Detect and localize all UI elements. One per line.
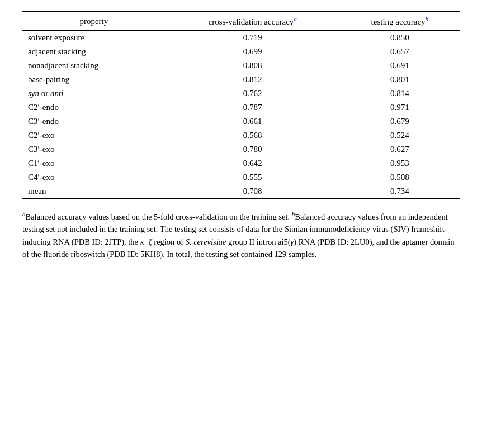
cell-cv: 0.787 — [166, 101, 340, 115]
cell-cv: 0.780 — [166, 142, 340, 156]
cell-property: mean — [22, 184, 166, 199]
cell-test: 0.679 — [340, 115, 460, 128]
cell-test: 0.627 — [340, 142, 460, 156]
cell-property: base-pairing — [22, 73, 166, 87]
cell-test: 0.657 — [340, 45, 460, 59]
footnote-a-sup: a — [22, 212, 26, 221]
cell-cv: 0.642 — [166, 156, 340, 170]
table-row: adjacent stacking0.6990.657 — [22, 45, 460, 59]
cell-cv: 0.708 — [166, 184, 340, 199]
cell-cv: 0.555 — [166, 170, 340, 184]
accuracy-table: property cross-validation accuracya test… — [22, 11, 460, 199]
table-row: nonadjacent stacking0.8080.691 — [22, 59, 460, 73]
cell-test: 0.524 — [340, 128, 460, 142]
cell-test: 0.971 — [340, 101, 460, 115]
table-row: C4′-exo0.5550.508 — [22, 170, 460, 184]
cell-test: 0.691 — [340, 59, 460, 73]
cell-property: C2′-exo — [22, 128, 166, 142]
cv-superscript: a — [294, 16, 297, 22]
cell-property: adjacent stacking — [22, 45, 166, 59]
cell-property: C3′-exo — [22, 142, 166, 156]
table-row: syn or anti0.7620.814 — [22, 87, 460, 101]
table-row: solvent exposure0.7190.850 — [22, 31, 460, 45]
table-row: C2′-exo0.5680.524 — [22, 128, 460, 142]
cell-cv: 0.699 — [166, 45, 340, 59]
cv-accuracy-label: cross-validation accuracy — [209, 17, 294, 26]
table-row: C2′-endo0.7870.971 — [22, 101, 460, 115]
cell-property: syn or anti — [22, 87, 166, 101]
test-superscript: b — [426, 16, 429, 22]
cell-cv: 0.812 — [166, 73, 340, 87]
cell-test: 0.734 — [340, 184, 460, 199]
table-row: C3′-exo0.7800.627 — [22, 142, 460, 156]
header-cv-accuracy: cross-validation accuracya — [166, 12, 340, 31]
cell-property: C4′-exo — [22, 170, 166, 184]
footnote-a-text: Balanced accuracy values based on the 5-… — [22, 212, 454, 259]
cell-property: nonadjacent stacking — [22, 59, 166, 73]
header-property: property — [22, 12, 166, 31]
cell-cv: 0.661 — [166, 115, 340, 128]
cell-cv: 0.808 — [166, 59, 340, 73]
table-row: mean0.7080.734 — [22, 184, 460, 199]
cell-test: 0.814 — [340, 87, 460, 101]
cell-property: solvent exposure — [22, 31, 166, 45]
cell-test: 0.850 — [340, 31, 460, 45]
footnote-section: aBalanced accuracy values based on the 5… — [22, 209, 459, 261]
cell-test: 0.953 — [340, 156, 460, 170]
table-row: C3′-endo0.6610.679 — [22, 115, 460, 128]
cell-property: C1′-exo — [22, 156, 166, 170]
cell-cv: 0.568 — [166, 128, 340, 142]
cell-cv: 0.762 — [166, 87, 340, 101]
header-test-accuracy: testing accuracyb — [340, 12, 460, 31]
table-row: C1′-exo0.6420.953 — [22, 156, 460, 170]
cell-property: C3′-endo — [22, 115, 166, 128]
cell-cv: 0.719 — [166, 31, 340, 45]
cell-test: 0.801 — [340, 73, 460, 87]
test-accuracy-label: testing accuracy — [371, 17, 426, 26]
cell-property: C2′-endo — [22, 101, 166, 115]
table-row: base-pairing0.8120.801 — [22, 73, 460, 87]
cell-test: 0.508 — [340, 170, 460, 184]
